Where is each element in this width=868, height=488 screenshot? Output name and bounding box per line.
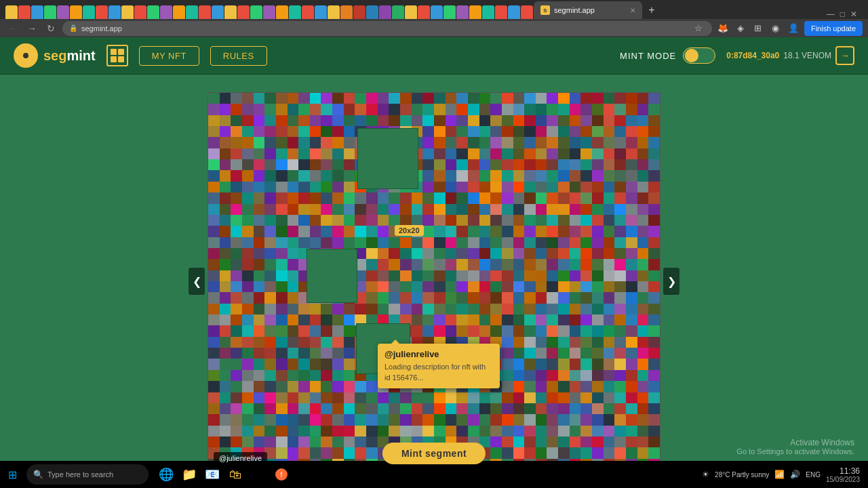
sys-lang: ENG [806, 471, 821, 479]
popup-description: Loading description for nft with id 1564… [384, 362, 493, 383]
canvas-area[interactable]: 20x20 @julienrelive Loading description … [208, 92, 660, 470]
wallet-icon[interactable]: → [835, 46, 854, 65]
canvas-wrapper: ❮ 20x20 @julienrelive Loading descriptio… [208, 92, 660, 470]
taskbar-search-text: Type here to search [47, 470, 113, 479]
active-tab[interactable]: S segmint.app ✕ [534, 1, 642, 19]
profile-icon[interactable]: 👤 [787, 22, 800, 35]
mint-mode-label: MINT MODE [620, 51, 676, 61]
rules-button[interactable]: RULES [210, 46, 267, 66]
sys-weather-icon[interactable]: ☀ [702, 470, 709, 479]
taskbar-sys: ☀ 28°C Partly sunny 📶 🔊 ENG 11:36 15/09/… [696, 466, 865, 483]
main-content: ❮ 20x20 @julienrelive Loading descriptio… [0, 75, 868, 488]
wallet-balance: 18.1 VENOM [783, 51, 831, 60]
taskbar-search[interactable]: 🔍 Type here to search [26, 464, 149, 485]
taskbar-app-photos[interactable]: 🖼 [248, 464, 269, 485]
taskbar-app-5[interactable]: ⚙ [294, 464, 315, 485]
bookmark-icon[interactable]: ☆ [692, 22, 705, 35]
tab-title: segmint.app [554, 6, 595, 14]
close-icon[interactable]: ✕ [850, 9, 857, 19]
grid-icon[interactable] [106, 45, 128, 66]
taskbar-start: ⊞ [3, 468, 22, 481]
back-button[interactable]: ← [5, 21, 20, 36]
popup-username: @julienrelive [384, 349, 493, 359]
browser-actions: 🦊 ◈ ⊞ ◉ 👤 Finish update [716, 21, 863, 36]
extension-icon-1[interactable]: 🦊 [716, 22, 730, 35]
new-tab-button[interactable]: + [643, 1, 660, 19]
grid-size-label: 20x20 [395, 225, 424, 236]
taskbar-app-browser2[interactable]: f [271, 464, 292, 485]
extension-icon-4[interactable]: ◉ [769, 22, 783, 35]
svg-point-1 [23, 53, 28, 58]
taskbar-app-files[interactable]: 📁 [178, 464, 200, 485]
address-text: segmint.app [81, 24, 688, 33]
taskbar-apps: 🌐 📁 📧 🛍 🖼 f ⚙ [155, 464, 315, 485]
browser-tabs: S segmint.app ✕ + — □ ✕ [0, 0, 868, 19]
logo-icon [14, 43, 38, 68]
taskbar-search-icon: 🔍 [33, 470, 43, 479]
canvas-arrow-left[interactable]: ❮ [189, 268, 205, 295]
wallet-info: 0:87d84_30a0 18.1 VENOM → [726, 46, 854, 65]
browser-controls: ← → ↻ 🔒 segmint.app ☆ 🦊 ◈ ⊞ ◉ 👤 Finish u… [0, 19, 868, 37]
toggle-knob [685, 49, 698, 62]
browser-chrome: S segmint.app ✕ + — □ ✕ ← → ↻ 🔒 [0, 0, 868, 37]
nft-popup: @julienrelive Loading description for nf… [378, 344, 500, 388]
user-label: @julienrelive [214, 452, 267, 464]
app-header: segmint MY NFT RULES MINT MODE 0:87d84_3… [0, 37, 868, 75]
address-bar[interactable]: 🔒 segmint.app ☆ [62, 21, 712, 36]
taskbar-clock: 11:36 15/09/2023 [826, 466, 860, 483]
tab-favicon: S [540, 5, 550, 15]
taskbar-app-store[interactable]: 🛍 [224, 464, 246, 485]
sys-network-icon[interactable]: 📶 [774, 470, 785, 479]
minimize-icon[interactable]: — [827, 9, 835, 19]
logo-text: segmint [43, 49, 96, 62]
sys-weather-text: 28°C Partly sunny [715, 471, 769, 479]
logo: segmint [14, 43, 96, 68]
restore-icon[interactable]: □ [840, 9, 845, 19]
finish-update-button[interactable]: Finish update [804, 21, 863, 36]
canvas-arrow-right[interactable]: ❯ [663, 268, 679, 295]
svg-text:f: f [281, 471, 283, 479]
extension-icon-2[interactable]: ◈ [734, 22, 747, 35]
mint-segment-button[interactable]: Mint segment [382, 443, 486, 464]
sys-volume-icon[interactable]: 🔊 [790, 470, 800, 479]
mosaic-grid [208, 93, 660, 470]
tab-close-icon[interactable]: ✕ [630, 7, 635, 14]
forward-button[interactable]: → [24, 21, 39, 36]
reload-button[interactable]: ↻ [43, 21, 58, 36]
taskbar-app-chrome[interactable]: 🌐 [155, 464, 177, 485]
activate-windows-watermark: Activate Windows Go to Settings to activ… [736, 438, 854, 455]
extension-icon-3[interactable]: ⊞ [751, 22, 765, 35]
mint-mode-section: MINT MODE [620, 47, 715, 64]
wallet-address: 0:87d84_30a0 [726, 51, 779, 60]
taskbar: ⊞ 🔍 Type here to search 🌐 📁 📧 🛍 🖼 f ⚙ ☀ … [0, 461, 868, 488]
lock-icon: 🔒 [69, 24, 77, 32]
mint-mode-toggle[interactable] [683, 47, 715, 64]
windows-start-icon[interactable]: ⊞ [8, 468, 17, 481]
my-nft-button[interactable]: MY NFT [139, 46, 199, 66]
taskbar-app-mail[interactable]: 📧 [201, 464, 223, 485]
